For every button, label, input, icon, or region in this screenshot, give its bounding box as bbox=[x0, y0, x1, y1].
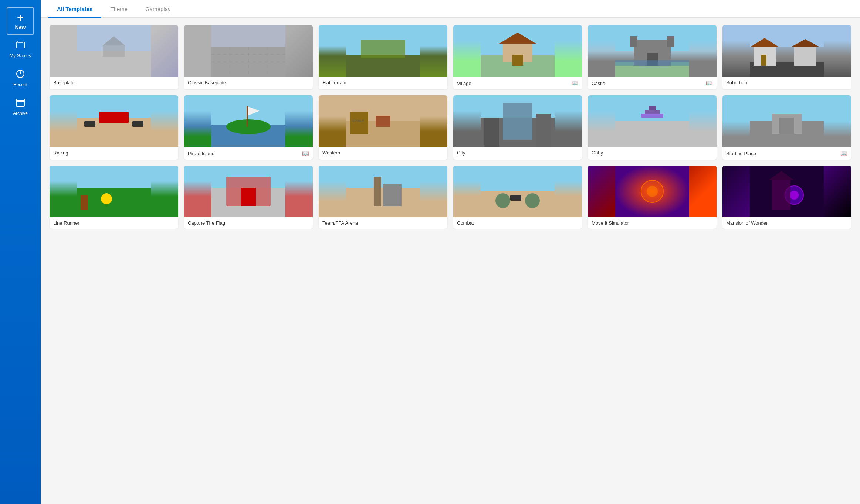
template-name-castle: Castle bbox=[592, 81, 605, 86]
template-card-mansion[interactable]: Mansion of Wonder bbox=[722, 166, 851, 229]
template-card-combat[interactable]: Combat bbox=[453, 166, 582, 229]
template-image-combat bbox=[453, 166, 582, 217]
template-image-move-it-simulator bbox=[588, 166, 717, 217]
template-card-suburban[interactable]: Suburban bbox=[722, 25, 851, 89]
template-label-racing: Racing bbox=[50, 147, 178, 159]
svg-rect-78 bbox=[241, 188, 256, 206]
games-icon bbox=[15, 40, 26, 52]
svg-rect-94 bbox=[772, 180, 790, 210]
archive-icon bbox=[15, 98, 26, 109]
template-name-flat-terrain: Flat Terrain bbox=[322, 80, 346, 85]
svg-point-90 bbox=[647, 186, 658, 197]
new-button[interactable]: + New bbox=[7, 7, 34, 35]
template-card-line-runner[interactable]: Line Runner bbox=[50, 166, 178, 229]
template-card-move-it-simulator[interactable]: Move It Simulator bbox=[588, 166, 717, 229]
template-label-line-runner: Line Runner bbox=[50, 217, 178, 229]
template-image-suburban bbox=[722, 25, 851, 77]
sidebar-item-archive[interactable]: Archive bbox=[0, 92, 41, 121]
svg-rect-56 bbox=[376, 116, 390, 127]
template-image-capture-the-flag bbox=[184, 166, 313, 217]
template-image-classic-baseplate bbox=[184, 25, 313, 77]
svg-rect-87 bbox=[510, 195, 521, 201]
template-card-team-ffa-arena[interactable]: Team/FFA Arena bbox=[319, 166, 447, 229]
template-card-castle[interactable]: Castle📖 bbox=[588, 25, 717, 89]
template-name-capture-the-flag: Capture The Flag bbox=[188, 220, 225, 226]
template-label-capture-the-flag: Capture The Flag bbox=[184, 217, 313, 229]
template-card-obby[interactable]: Obby bbox=[588, 95, 717, 160]
svg-point-86 bbox=[525, 193, 540, 208]
template-image-mansion bbox=[722, 166, 851, 217]
template-card-village[interactable]: Village📖 bbox=[453, 25, 582, 89]
template-label-move-it-simulator: Move It Simulator bbox=[588, 217, 717, 229]
template-card-baseplate[interactable]: Baseplate bbox=[50, 25, 178, 89]
svg-rect-50 bbox=[247, 106, 248, 127]
template-image-city bbox=[453, 95, 582, 147]
template-name-city: City bbox=[457, 150, 465, 156]
template-label-village: Village📖 bbox=[453, 77, 582, 89]
template-label-team-ffa-arena: Team/FFA Arena bbox=[319, 217, 447, 229]
template-card-flat-terrain[interactable]: Flat Terrain bbox=[319, 25, 447, 89]
template-image-obby bbox=[588, 95, 717, 147]
svg-rect-64 bbox=[641, 114, 663, 118]
template-card-pirate-island[interactable]: Pirate Island📖 bbox=[184, 95, 313, 160]
template-label-flat-terrain: Flat Terrain bbox=[319, 77, 447, 88]
main-content: All Templates Theme Gameplay BaseplateCl… bbox=[41, 0, 860, 504]
template-card-city[interactable]: City bbox=[453, 95, 582, 160]
svg-rect-70 bbox=[779, 118, 794, 134]
sidebar-item-recent[interactable]: Recent bbox=[0, 64, 41, 92]
svg-point-49 bbox=[226, 119, 271, 134]
template-name-classic-baseplate: Classic Baseplate bbox=[188, 80, 226, 85]
svg-point-85 bbox=[495, 193, 510, 208]
svg-rect-45 bbox=[84, 121, 95, 127]
template-card-racing[interactable]: Racing bbox=[50, 95, 178, 160]
svg-rect-63 bbox=[615, 121, 689, 147]
template-label-baseplate: Baseplate bbox=[50, 77, 178, 88]
template-card-western[interactable]: STABLEWestern bbox=[319, 95, 447, 160]
my-games-label: My Games bbox=[10, 53, 31, 58]
template-label-castle: Castle📖 bbox=[588, 77, 717, 89]
template-image-castle bbox=[588, 25, 717, 77]
new-label: New bbox=[15, 24, 26, 30]
svg-rect-66 bbox=[649, 106, 656, 110]
template-name-mansion: Mansion of Wonder bbox=[726, 220, 768, 226]
tab-all-templates[interactable]: All Templates bbox=[48, 0, 101, 18]
template-name-suburban: Suburban bbox=[726, 80, 747, 85]
svg-rect-41 bbox=[761, 55, 766, 66]
svg-rect-34 bbox=[615, 60, 689, 66]
svg-rect-82 bbox=[383, 184, 402, 206]
template-card-classic-baseplate[interactable]: Classic Baseplate bbox=[184, 25, 313, 89]
template-image-pirate-island bbox=[184, 95, 313, 147]
svg-rect-65 bbox=[645, 110, 660, 114]
template-image-baseplate bbox=[50, 25, 178, 77]
template-name-village: Village bbox=[457, 81, 471, 86]
svg-rect-39 bbox=[794, 47, 816, 66]
tab-bar: All Templates Theme Gameplay bbox=[41, 0, 860, 18]
templates-grid: BaseplateClassic BaseplateFlat TerrainVi… bbox=[50, 25, 851, 229]
template-image-western: STABLE bbox=[319, 95, 447, 147]
svg-rect-22 bbox=[361, 40, 405, 58]
template-name-starting-place: Starting Place bbox=[726, 151, 756, 156]
template-name-racing: Racing bbox=[53, 150, 68, 156]
template-name-combat: Combat bbox=[457, 220, 474, 226]
sidebar-item-my-games[interactable]: My Games bbox=[0, 35, 41, 64]
template-label-classic-baseplate: Classic Baseplate bbox=[184, 77, 313, 88]
svg-point-93 bbox=[790, 191, 799, 200]
svg-text:STABLE: STABLE bbox=[352, 119, 364, 123]
template-label-combat: Combat bbox=[453, 217, 582, 229]
svg-rect-71 bbox=[77, 166, 151, 188]
template-name-obby: Obby bbox=[592, 150, 603, 156]
svg-rect-11 bbox=[103, 45, 125, 57]
template-name-pirate-island: Pirate Island bbox=[188, 151, 214, 156]
tab-gameplay[interactable]: Gameplay bbox=[136, 0, 179, 18]
template-label-pirate-island: Pirate Island📖 bbox=[184, 147, 313, 160]
template-image-village bbox=[453, 25, 582, 77]
template-card-capture-the-flag[interactable]: Capture The Flag bbox=[184, 166, 313, 229]
svg-rect-73 bbox=[81, 195, 88, 210]
template-name-move-it-simulator: Move It Simulator bbox=[592, 220, 629, 226]
template-label-city: City bbox=[453, 147, 582, 159]
svg-rect-13 bbox=[211, 25, 285, 47]
tab-theme[interactable]: Theme bbox=[101, 0, 136, 18]
template-card-starting-place[interactable]: Starting Place📖 bbox=[722, 95, 851, 160]
svg-rect-54 bbox=[350, 112, 368, 134]
template-name-line-runner: Line Runner bbox=[53, 220, 79, 226]
